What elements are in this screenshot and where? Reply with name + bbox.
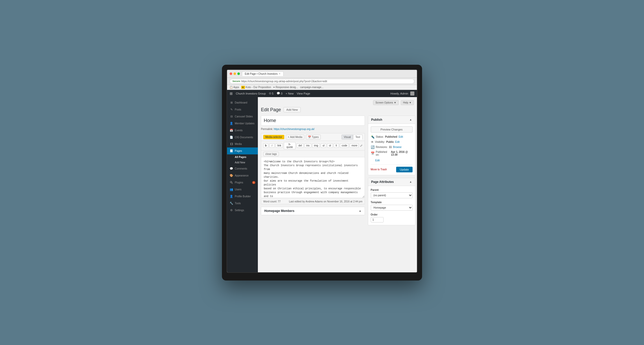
sidebar-subitem-all-pages[interactable]: All Pages (227, 154, 258, 160)
screen-options-button[interactable]: Screen Options ▼ (373, 100, 399, 105)
editor-toolbar-2: b i link b-quote del ins img ul ol li co (261, 141, 365, 150)
users-icon: 👥 (230, 188, 233, 191)
page-heading: Edit Page (261, 107, 281, 113)
text-tab-button[interactable]: Text (353, 135, 362, 139)
sidebar-item-cig-documents[interactable]: 📄 CIG Documents (227, 134, 258, 141)
page-title-row: Edit Page Add New (261, 107, 414, 113)
li-button[interactable]: li (334, 143, 339, 148)
publish-box: Publish ▲ Preview Changes 🔦 Status: Publ… (368, 116, 415, 175)
sidebar-item-comments[interactable]: 💬 Comments (227, 165, 258, 172)
status-label: Status: (376, 135, 384, 138)
sidebar-label-cig-documents: CIG Documents (235, 136, 253, 139)
new-button[interactable]: + New (286, 92, 294, 95)
close-button[interactable] (230, 72, 232, 75)
parent-label: Parent (371, 189, 413, 191)
add-media-button[interactable]: + Add Media (286, 135, 305, 139)
status-icon: 🔦 (371, 135, 375, 139)
tools-icon: 🔧 (230, 202, 233, 205)
revisions-browse-link[interactable]: Browse (393, 146, 402, 148)
sidebar-item-member-updates[interactable]: 👤 Member Updates (227, 120, 258, 127)
status-edit-link[interactable]: Edit (398, 135, 403, 138)
address-bar[interactable]: Secure https://churchinvestorsgroup.org.… (230, 79, 414, 84)
sidebar-item-tools[interactable]: 🔧 Tools (227, 200, 258, 207)
del-button[interactable]: del (297, 143, 304, 148)
sidebar-label-appearance: Appearance (235, 174, 249, 177)
traffic-lights (230, 72, 240, 75)
visual-tab-button[interactable]: Visual (341, 135, 353, 139)
page-attr-collapse-icon[interactable]: ▲ (409, 180, 412, 183)
publish-box-body: Preview Changes 🔦 Status: Published Edit (368, 124, 415, 175)
maximize-button[interactable] (237, 72, 240, 75)
sidebar-item-users[interactable]: 👥 Users (227, 186, 258, 193)
close-tags-button[interactable]: close tags (263, 152, 279, 156)
bookmark-responsive[interactable]: •• Responsive desig... (273, 86, 298, 89)
sidebar-label-events: Events (235, 129, 243, 132)
publish-divider (371, 164, 413, 165)
sidebar-item-profile-builder[interactable]: 👤 Profile Builder (227, 193, 258, 200)
bookmark-campaign[interactable]: campaign-manage... (300, 86, 324, 89)
published-row: 📅 Published on: Apr 1, 2016 @ 13:39 (371, 151, 413, 156)
media-selector-button[interactable]: Media-selector (263, 135, 284, 139)
sidebar-label-comments: Comments (235, 167, 247, 170)
sidebar-label-users: Users (235, 188, 241, 191)
types-button[interactable]: 📅 Types (306, 135, 321, 139)
permalink-link[interactable]: https://churchinvestorsgroup.org.uk/ (274, 128, 315, 130)
sidebar-item-pages[interactable]: 📃 Pages (227, 147, 258, 154)
tab-title: Edit Page • Church Investors (245, 72, 278, 75)
add-new-button[interactable]: Add New (284, 107, 301, 112)
site-name[interactable]: Church Investors Group (236, 92, 266, 95)
comments-count[interactable]: 💬 0 (277, 92, 282, 95)
template-select[interactable]: Homepage (371, 205, 413, 211)
preview-changes-button[interactable]: Preview Changes (371, 126, 413, 133)
homepage-members-header[interactable]: Homepage Members ▲ (261, 207, 365, 215)
more-button[interactable]: more (350, 143, 359, 148)
sidebar-item-events[interactable]: 📅 Events (227, 127, 258, 134)
sidebar-subitem-add-new[interactable]: Add New (227, 160, 258, 165)
sidebar-label-plugins: Plugins (235, 181, 243, 184)
browser-tab[interactable]: Edit Page • Church Investors ✕ (242, 71, 284, 76)
view-page-link[interactable]: View Page (297, 92, 310, 95)
help-button[interactable]: Help ▼ (401, 100, 414, 105)
editor-footer: Word count: 77 Last edited by Andrew Ada… (261, 199, 365, 204)
wp-logo-icon[interactable]: ⊞ (230, 91, 233, 96)
published-edit-link[interactable]: Edit (375, 159, 380, 162)
expand-button[interactable]: ⤢ (360, 144, 363, 147)
link-button[interactable]: link (276, 143, 283, 148)
sidebar-item-plugins[interactable]: 🔌 Plugins 1 (227, 179, 258, 186)
sidebar-item-dashboard[interactable]: ⊞ Dashboard (227, 99, 258, 106)
page-attr-title: Page Attributes (371, 180, 394, 184)
update-button[interactable]: Update (396, 167, 412, 172)
b-quote-button[interactable]: b-quote (284, 142, 296, 149)
italic-button[interactable]: i (269, 143, 275, 148)
bookmark-apps[interactable]: 📋 Apps (230, 86, 239, 89)
code-button[interactable]: code (340, 143, 349, 148)
edit-main: Permalink: https://churchinvestorsgroup.… (261, 116, 365, 225)
bookmark-koto[interactable]: K Koto - Our Proposition (241, 86, 271, 89)
sidebar-label-carousel: Carousel Slides (235, 115, 253, 118)
img-button[interactable]: img (312, 143, 320, 148)
parent-select[interactable]: (no parent) (371, 192, 413, 198)
sidebar-item-appearance[interactable]: 🎨 Appearance (227, 172, 258, 179)
published-date: Apr 1, 2016 @ 13:39 (391, 151, 413, 156)
homepage-members-toggle-icon: ▲ (359, 209, 362, 212)
wp-sidebar: ⊞ Dashboard ✎ Posts ⊟ Carousel Slides 👤 … (227, 97, 258, 272)
tab-close-icon[interactable]: ✕ (279, 72, 281, 75)
ol-button[interactable]: ol (327, 143, 333, 148)
post-title-input[interactable] (261, 116, 365, 126)
ul-button[interactable]: ul (321, 143, 326, 148)
ins-button[interactable]: ins (305, 143, 311, 148)
sidebar-item-media[interactable]: 🎞 Media (227, 141, 258, 147)
publish-collapse-icon[interactable]: ▲ (409, 118, 412, 121)
sidebar-item-carousel[interactable]: ⊟ Carousel Slides (227, 113, 258, 120)
sidebar-item-posts[interactable]: ✎ Posts (227, 106, 258, 113)
updates-count[interactable]: ⊙ 5 (269, 92, 274, 95)
browser-titlebar: Edit Page • Church Investors ✕ (227, 70, 417, 78)
bold-button[interactable]: b (263, 143, 268, 148)
visibility-edit-link[interactable]: Edit (395, 141, 399, 143)
minimize-button[interactable] (233, 72, 236, 75)
order-input[interactable] (371, 217, 384, 222)
editor-textarea[interactable]: <h2>Welcome to the Church Investors Grou… (261, 157, 365, 198)
move-trash-link[interactable]: Move to Trash (371, 168, 387, 171)
sidebar-item-settings[interactable]: ⚙ Settings (227, 207, 258, 214)
secure-badge: Secure (232, 80, 240, 82)
